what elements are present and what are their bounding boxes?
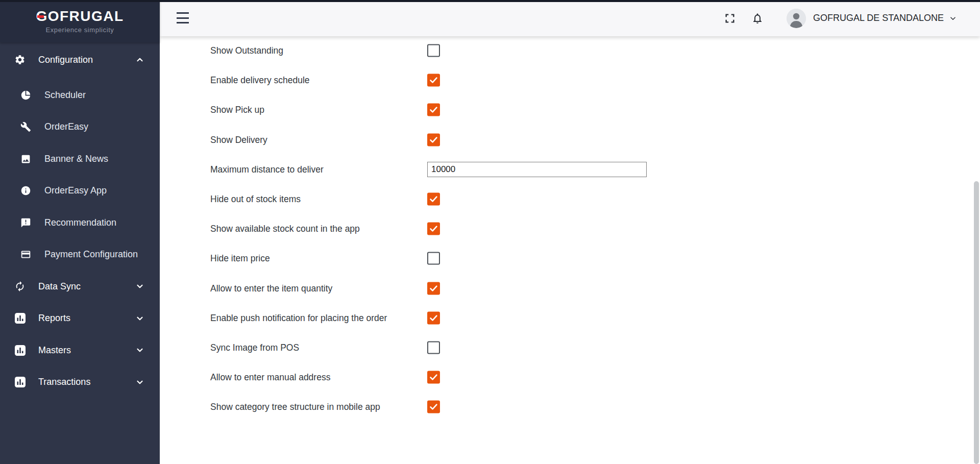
- sidebar-item-payment-configuration[interactable]: Payment Configuration: [0, 239, 160, 271]
- setting-control: [427, 341, 440, 354]
- setting-control: [427, 311, 440, 324]
- setting-label: Hide out of stock items: [210, 194, 301, 205]
- sidebar-item-label: Scheduler: [44, 90, 86, 101]
- top-border: [0, 0, 980, 2]
- checked-checkbox-show-delivery[interactable]: [427, 133, 440, 146]
- setting-row-hide-item-price: Hide item price: [160, 243, 980, 273]
- vertical-scrollbar[interactable]: [974, 181, 979, 464]
- fullscreen-icon[interactable]: [723, 12, 737, 25]
- logo-text: GOFRUGAL: [36, 9, 124, 23]
- sidebar-item-ordereasy-app[interactable]: OrderEasy App: [0, 175, 160, 207]
- setting-control: [427, 371, 440, 384]
- setting-control: [427, 104, 440, 116]
- sidebar-item-label: OrderEasy: [44, 121, 88, 132]
- sidebar-item-reports[interactable]: Reports: [0, 303, 160, 335]
- setting-row-maximum-distance-to-deliver: Maximum distance to deliver: [160, 155, 980, 184]
- setting-label: Enable delivery schedule: [210, 75, 310, 86]
- setting-control: [427, 223, 440, 235]
- setting-label: Show Delivery: [210, 134, 267, 145]
- sidebar-item-masters[interactable]: Masters: [0, 334, 160, 367]
- sidebar-item-banner-news[interactable]: Banner & News: [0, 143, 160, 175]
- sidebar-item-label: Configuration: [38, 55, 93, 65]
- setting-label: Show Pick up: [210, 105, 264, 115]
- sidebar-item-recommendation[interactable]: Recommendation: [0, 207, 160, 239]
- setting-control: [427, 44, 440, 57]
- pie-chart-icon: [20, 90, 31, 101]
- unchecked-checkbox-show-outstanding[interactable]: [427, 44, 440, 57]
- app-window: GOFRUGAL Experience simplicity Configura…: [0, 0, 980, 464]
- checked-checkbox-enable-push-notification-for-placing-the-order[interactable]: [427, 311, 440, 324]
- sidebar-item-transactions[interactable]: Transactions: [0, 367, 160, 399]
- image-icon: [20, 154, 31, 164]
- sidebar-item-data-sync[interactable]: Data Sync: [0, 271, 160, 303]
- checked-checkbox-show-available-stock-count-in-the-app[interactable]: [427, 223, 440, 235]
- setting-control: [427, 133, 440, 146]
- setting-control: [427, 252, 440, 265]
- sidebar-item-label: OrderEasy App: [44, 185, 107, 196]
- setting-label: Maximum distance to deliver: [210, 164, 324, 175]
- sidebar-item-label: Data Sync: [38, 281, 81, 292]
- setting-row-show-delivery: Show Delivery: [160, 125, 980, 155]
- comment-alert-icon: [20, 217, 31, 228]
- brand-logo: GOFRUGAL Experience simplicity: [0, 0, 160, 42]
- sidebar: GOFRUGAL Experience simplicity Configura…: [0, 0, 160, 464]
- setting-row-allow-to-enter-manual-address: Allow to enter manual address: [160, 362, 980, 392]
- checked-checkbox-allow-to-enter-the-item-quantity[interactable]: [427, 282, 440, 295]
- brand-tagline: Experience simplicity: [46, 26, 114, 34]
- setting-control: [427, 401, 440, 413]
- input-maximum-distance-to-deliver[interactable]: [427, 162, 647, 177]
- wrench-icon: [20, 121, 31, 132]
- setting-row-show-outstanding: Show Outstanding: [160, 36, 980, 65]
- settings-panel: Show Outstanding Enable delivery schedul…: [160, 36, 980, 464]
- gear-icon: [14, 54, 26, 65]
- checked-checkbox-show-category-tree-structure-in-mobile-app[interactable]: [427, 401, 440, 413]
- setting-label: Enable push notification for placing the…: [210, 312, 387, 323]
- sidebar-item-label: Transactions: [38, 377, 90, 387]
- checked-checkbox-hide-out-of-stock-items[interactable]: [427, 193, 440, 206]
- credit-card-icon: [20, 249, 31, 260]
- checked-checkbox-show-pick-up[interactable]: [427, 104, 440, 116]
- setting-row-show-category-tree-structure-in-mobile-app: Show category tree structure in mobile a…: [160, 392, 980, 422]
- menu-icon[interactable]: [177, 12, 189, 23]
- sidebar-item-label: Payment Configuration: [44, 249, 138, 260]
- chevron-down-icon: [135, 346, 144, 355]
- setting-label: Hide item price: [210, 253, 270, 264]
- setting-label: Allow to enter the item quantity: [210, 283, 332, 294]
- unchecked-checkbox-hide-item-price[interactable]: [427, 252, 440, 265]
- bar-chart-icon: [14, 345, 26, 356]
- avatar[interactable]: [787, 9, 806, 28]
- chevron-up-icon: [135, 55, 144, 64]
- setting-control: [427, 162, 647, 177]
- chevron-down-icon: [135, 378, 144, 387]
- topbar: GOFRUGAL DE STANDALONE: [160, 0, 980, 36]
- setting-control: [427, 282, 440, 295]
- sidebar-item-label: Banner & News: [44, 154, 108, 164]
- setting-row-enable-delivery-schedule: Enable delivery schedule: [160, 65, 980, 95]
- unchecked-checkbox-sync-image-from-pos[interactable]: [427, 341, 440, 354]
- chevron-down-icon: [135, 314, 144, 323]
- sidebar-item-scheduler[interactable]: Scheduler: [0, 79, 160, 111]
- bell-icon[interactable]: [751, 12, 764, 25]
- sidebar-item-label: Masters: [38, 345, 71, 356]
- info-icon: [20, 185, 31, 196]
- sync-icon: [14, 281, 26, 292]
- topbar-right-cluster: GOFRUGAL DE STANDALONE: [723, 0, 957, 36]
- checked-checkbox-enable-delivery-schedule[interactable]: [427, 74, 440, 87]
- setting-row-hide-out-of-stock-items: Hide out of stock items: [160, 184, 980, 214]
- user-menu-name[interactable]: GOFRUGAL DE STANDALONE: [813, 13, 944, 23]
- chevron-down-icon: [135, 282, 144, 291]
- sidebar-item-ordereasy[interactable]: OrderEasy: [0, 111, 160, 143]
- setting-control: [427, 74, 440, 87]
- chevron-down-icon[interactable]: [949, 14, 957, 22]
- settings-rows: Show Outstanding Enable delivery schedul…: [160, 36, 980, 422]
- checked-checkbox-allow-to-enter-manual-address[interactable]: [427, 371, 440, 384]
- setting-control: [427, 193, 440, 206]
- setting-row-sync-image-from-pos: Sync Image from POS: [160, 333, 980, 362]
- setting-label: Show Outstanding: [210, 45, 283, 56]
- sidebar-item-label: Recommendation: [44, 217, 116, 228]
- setting-label: Allow to enter manual address: [210, 372, 330, 383]
- sidebar-item-configuration[interactable]: Configuration: [0, 43, 160, 76]
- setting-row-show-available-stock-count-in-the-app: Show available stock count in the app: [160, 214, 980, 243]
- sidebar-item-label: Reports: [38, 313, 70, 324]
- sidebar-nav: Configuration Scheduler OrderEasy Banner…: [0, 43, 160, 398]
